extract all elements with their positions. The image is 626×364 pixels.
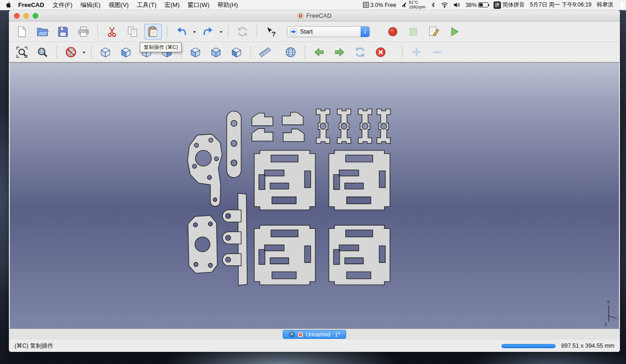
memory-free-label: 3.0% Free — [370, 2, 396, 8]
part-wedge[interactable] — [252, 113, 273, 126]
freecad-app-icon — [297, 13, 304, 19]
window-titlebar[interactable]: FreeCAD — [9, 10, 620, 21]
menu-help[interactable]: 帮助(H) — [217, 1, 238, 9]
part-strip-tab[interactable] — [223, 232, 241, 244]
volume-menu[interactable] — [453, 2, 460, 8]
workbench-selector-value: Start — [300, 28, 313, 35]
part-plate[interactable] — [329, 151, 390, 210]
toolbar-separator — [228, 25, 229, 38]
open-folder-button[interactable] — [34, 24, 51, 40]
minimize-window-button[interactable] — [23, 13, 29, 19]
user-name-label: 韩聿淇 — [597, 1, 613, 9]
axis-z-label: Z — [605, 322, 607, 327]
tab-close-icon[interactable]: ✕ — [289, 331, 295, 337]
view-rear-button[interactable] — [187, 44, 204, 60]
cut-button[interactable] — [103, 24, 121, 40]
draw-style-dropdown[interactable] — [81, 44, 86, 60]
menu-window[interactable]: 窗口(W) — [188, 1, 209, 9]
view-bottom-button[interactable] — [207, 44, 225, 60]
macro-record-button[interactable] — [384, 24, 402, 40]
fan-status[interactable]: 51°C 1591rpm — [401, 0, 425, 9]
toolbar-separator — [402, 46, 403, 58]
view-left-button[interactable] — [228, 44, 245, 60]
stop-loading-button[interactable] — [372, 44, 390, 60]
input-method-menu[interactable]: 拼 简体拼音 — [494, 1, 525, 9]
print-button[interactable] — [75, 24, 92, 40]
macro-run-button[interactable] — [445, 24, 463, 40]
start-workbench-icon — [290, 28, 297, 35]
document-tab[interactable]: ✕ Unnamed : 1* — [283, 330, 346, 339]
menu-tools[interactable]: 工具(T) — [137, 1, 157, 9]
whats-this-button[interactable]: ? — [262, 24, 280, 40]
part-crank-bracket[interactable] — [188, 134, 222, 206]
part-plate[interactable] — [254, 225, 315, 285]
part-plate[interactable] — [329, 225, 390, 285]
part-wedge[interactable] — [282, 112, 303, 125]
redo-dropdown[interactable] — [218, 24, 223, 40]
bluetooth-menu[interactable] — [431, 1, 436, 8]
progress-bar — [501, 344, 556, 348]
save-button[interactable] — [54, 24, 72, 40]
web-browser-button[interactable] — [282, 44, 299, 60]
part-plate[interactable] — [254, 151, 315, 210]
axis-indicator: Y X Z — [605, 300, 619, 327]
wifi-menu[interactable] — [441, 2, 448, 8]
fit-all-button[interactable] — [13, 44, 31, 60]
view-front-button[interactable] — [117, 44, 135, 60]
part-strip-top[interactable] — [227, 111, 241, 178]
part-ibeam[interactable] — [358, 109, 372, 144]
menu-edit[interactable]: 编辑(E) — [80, 1, 100, 9]
apple-menu[interactable] — [6, 1, 12, 8]
dimensions-readout: 897.51 x 394.55 mm — [561, 343, 614, 349]
battery-menu[interactable]: 38% — [466, 2, 488, 8]
user-menu[interactable]: 韩聿淇 — [597, 1, 613, 9]
nav-forward-button[interactable] — [331, 44, 348, 60]
redo-button[interactable] — [199, 24, 217, 40]
menubar-app-name[interactable]: FreeCAD — [18, 1, 44, 8]
apple-logo-icon — [6, 1, 12, 8]
menu-macro[interactable]: 宏(M) — [165, 1, 180, 9]
memory-status[interactable]: 3.0% Free — [363, 2, 396, 8]
part-strip-tab[interactable] — [223, 254, 241, 266]
notification-center-icon[interactable] — [620, 1, 623, 8]
workbench-selector[interactable]: Start ▲▼ — [287, 26, 370, 37]
axis-x-label: X — [618, 316, 619, 321]
undo-button[interactable] — [173, 24, 190, 40]
part-wedge[interactable] — [252, 129, 273, 141]
3d-viewport[interactable]: Y X Z — [10, 62, 619, 329]
tooltip: 复制操作 (⌘C) — [140, 42, 181, 52]
cad-parts-drawing: Y X Z — [10, 63, 619, 329]
paste-button[interactable] — [144, 24, 162, 40]
page-refresh-button[interactable] — [351, 44, 369, 60]
part-ibeam[interactable] — [377, 109, 390, 144]
menu-file[interactable]: 文件(F) — [53, 1, 73, 9]
clock-menu[interactable]: 5月7日 周一 下午9:06:19 — [530, 1, 591, 9]
new-document-button[interactable] — [13, 24, 31, 40]
part-octagon-flange[interactable] — [188, 215, 217, 273]
close-window-button[interactable] — [14, 13, 20, 19]
zoom-out-button[interactable] — [428, 44, 446, 60]
fan-rpm-label: 1591rpm — [409, 5, 425, 10]
part-ibeam[interactable] — [316, 109, 330, 144]
measure-button[interactable] — [256, 44, 274, 60]
undo-dropdown[interactable] — [192, 24, 197, 40]
axis-y-label: Y — [607, 300, 610, 304]
zoom-selection-button[interactable] — [34, 44, 51, 60]
copy-button[interactable] — [124, 24, 141, 40]
macro-stop-button[interactable] — [404, 24, 422, 40]
document-tab-strip: ✕ Unnamed : 1* — [9, 329, 620, 340]
zoom-window-button[interactable] — [33, 13, 38, 19]
view-isometric-button[interactable] — [97, 44, 114, 60]
nav-back-button[interactable] — [310, 44, 328, 60]
menu-view[interactable]: 视图(V) — [109, 1, 129, 9]
freecad-window: FreeCAD ? Start ▲▼ — [9, 10, 620, 352]
part-wedge[interactable] — [283, 129, 304, 142]
part-ibeam[interactable] — [337, 109, 351, 144]
part-strip-tab[interactable] — [223, 210, 241, 222]
battery-percent-label: 38% — [466, 2, 477, 8]
macro-edit-button[interactable] — [425, 24, 443, 40]
refresh-button[interactable] — [234, 24, 251, 40]
toolbar-view — [9, 42, 620, 62]
draw-style-button[interactable] — [62, 44, 80, 60]
zoom-in-button[interactable] — [408, 44, 425, 60]
